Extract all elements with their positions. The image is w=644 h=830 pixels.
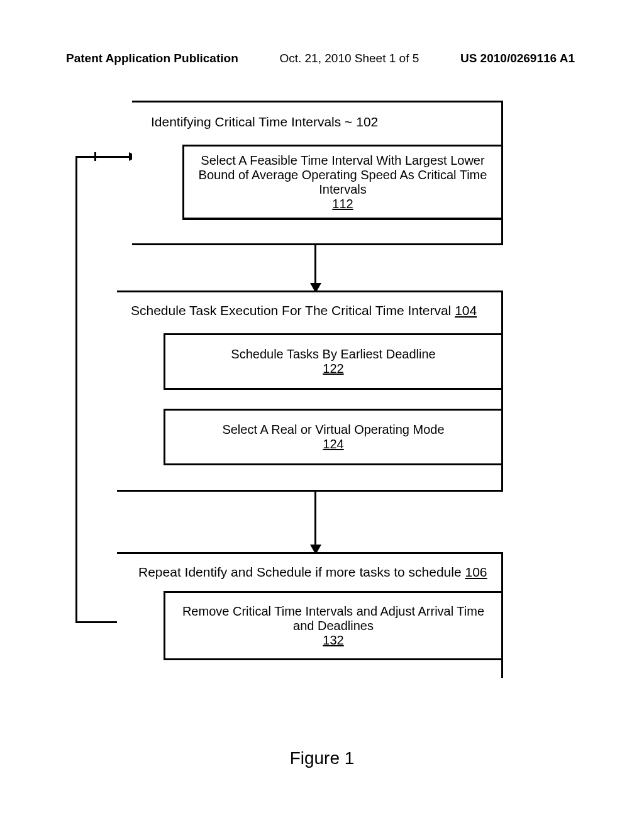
substep-ref: 122 [323, 362, 343, 376]
substep-text: Select A Feasible Time Interval With Lar… [192, 153, 494, 197]
substep-text: Select A Real or Virtual Operating Mode [222, 423, 444, 437]
step-schedule-title: Schedule Task Execution For The Critical… [131, 303, 502, 318]
substep-text: Remove Critical Time Intervals and Adjus… [173, 604, 494, 633]
page-header: Patent Application Publication Oct. 21, … [0, 52, 644, 65]
substep-select-mode: Select A Real or Virtual Operating Mode … [164, 409, 503, 465]
connector-2 [314, 492, 316, 551]
substep-earliest-deadline: Schedule Tasks By Earliest Deadline 122 [164, 333, 503, 390]
figure-label: Figure 1 [0, 748, 644, 768]
substep-ref: 112 [332, 197, 353, 211]
substep-remove-adjust: Remove Critical Time Intervals and Adjus… [164, 591, 503, 660]
substep-ref: 132 [323, 633, 343, 648]
step-repeat-title-text: Repeat Identify and Schedule if more tas… [138, 565, 462, 579]
substep-ref: 124 [323, 437, 343, 451]
feedback-tick [94, 152, 96, 161]
substep-select-feasible-interval: Select A Feasible Time Interval With Lar… [182, 145, 503, 220]
feedback-connector-top [75, 156, 133, 158]
step-repeat-title-ref: 106 [465, 565, 487, 579]
step-schedule-title-text: Schedule Task Execution For The Critical… [131, 303, 451, 318]
step-schedule-title-ref: 104 [455, 303, 477, 318]
header-date-sheet: Oct. 21, 2010 Sheet 1 of 5 [279, 52, 419, 65]
substep-text: Schedule Tasks By Earliest Deadline [231, 347, 435, 362]
header-publication-number: US 2010/0269116 A1 [460, 52, 575, 65]
step-identify-title: Identifying Critical Time Intervals ~ 10… [151, 114, 378, 130]
feedback-connector-vertical [75, 156, 77, 622]
feedback-connector-bottom [75, 621, 118, 623]
step-repeat-title: Repeat Identify and Schedule if more tas… [138, 565, 503, 580]
header-publication-type: Patent Application Publication [66, 52, 238, 65]
